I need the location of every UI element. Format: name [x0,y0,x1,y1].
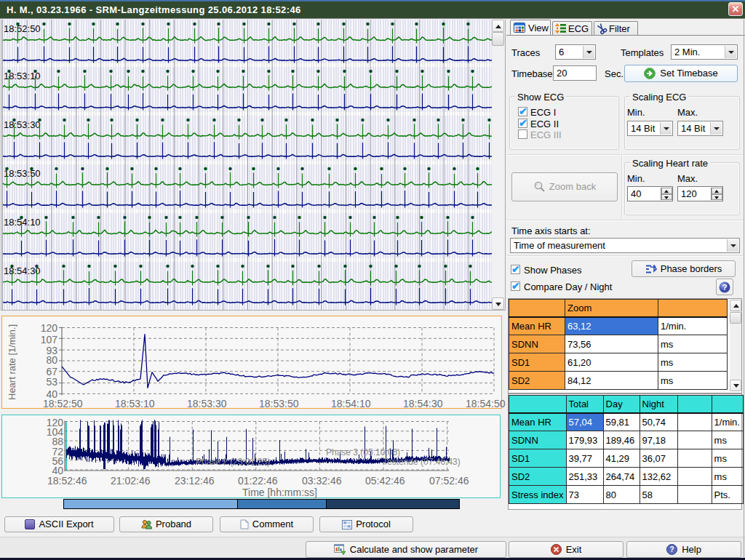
svg-text:?: ? [722,283,728,292]
svg-text:?: ? [670,545,674,553]
